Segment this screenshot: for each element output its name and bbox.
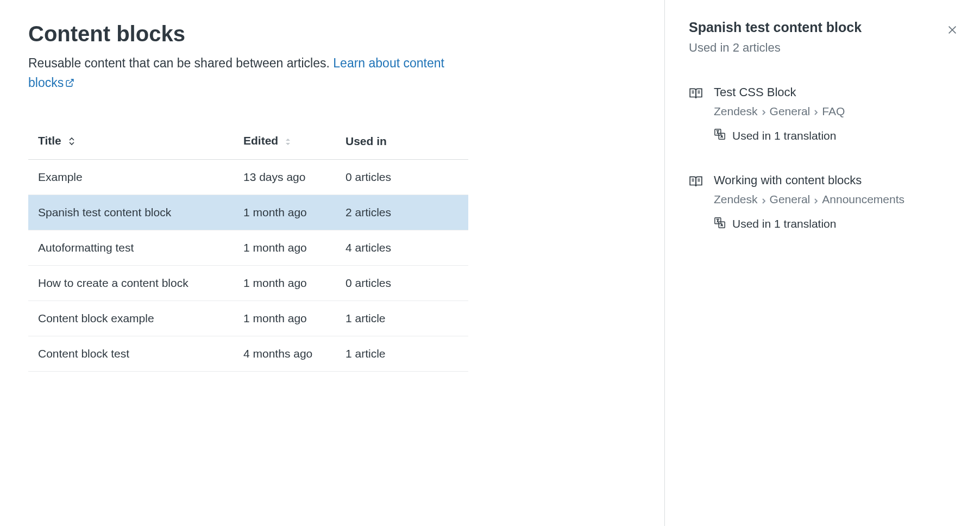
page-description-text: Reusable content that can be shared betw… — [28, 56, 333, 70]
close-icon — [946, 27, 958, 38]
article-item[interactable]: Working with content blocksZendeskGenera… — [689, 173, 958, 231]
breadcrumb: ZendeskGeneralFAQ — [714, 105, 958, 118]
table-cell-used_in: 2 articles — [336, 195, 468, 230]
translation-text: Used in 1 translation — [732, 217, 836, 230]
article-body: Working with content blocksZendeskGenera… — [714, 173, 958, 231]
book-icon — [689, 86, 703, 143]
breadcrumb-segment[interactable]: Announcements — [822, 193, 904, 205]
breadcrumb: ZendeskGeneralAnnouncements — [714, 193, 958, 206]
breadcrumb-segment[interactable]: Zendesk — [714, 193, 758, 205]
table-row[interactable]: Example13 days ago0 articles — [28, 159, 468, 195]
breadcrumb-segment[interactable]: General — [770, 105, 811, 117]
external-link-icon — [65, 74, 74, 93]
close-button[interactable] — [946, 24, 958, 39]
main-content: Content blocks Reusable content that can… — [0, 0, 665, 526]
column-header-title[interactable]: Title — [28, 126, 234, 159]
translation-info: Used in 1 translation — [714, 128, 958, 143]
table-row[interactable]: How to create a content block1 month ago… — [28, 265, 468, 300]
chevron-right-icon — [813, 194, 819, 207]
table-cell-used_in: 4 articles — [336, 230, 468, 265]
svg-marker-1 — [286, 139, 290, 141]
table-cell-title: How to create a content block — [28, 265, 234, 300]
article-item[interactable]: Test CSS BlockZendeskGeneralFAQUsed in 1… — [689, 85, 958, 143]
translation-icon — [714, 217, 726, 231]
breadcrumb-segment[interactable]: General — [770, 193, 811, 205]
content-blocks-table: Title Edited Used in — [28, 126, 468, 371]
detail-panel: Spanish test content block Used in 2 art… — [665, 0, 980, 526]
article-body: Test CSS BlockZendeskGeneralFAQUsed in 1… — [714, 85, 958, 143]
table-cell-edited: 4 months ago — [234, 336, 336, 371]
table-row[interactable]: Autoformatting test1 month ago4 articles — [28, 230, 468, 265]
chevron-right-icon — [761, 105, 767, 118]
table-cell-title: Content block example — [28, 300, 234, 336]
table-cell-title: Content block test — [28, 336, 234, 371]
table-cell-edited: 13 days ago — [234, 159, 336, 195]
chevron-right-icon — [813, 105, 819, 118]
table-row[interactable]: Content block example1 month ago1 articl… — [28, 300, 468, 336]
sort-active-icon — [68, 135, 76, 148]
table-cell-title: Autoformatting test — [28, 230, 234, 265]
panel-subtitle: Used in 2 articles — [689, 41, 958, 55]
table-cell-title: Spanish test content block — [28, 195, 234, 230]
table-cell-used_in: 0 articles — [336, 159, 468, 195]
breadcrumb-segment[interactable]: FAQ — [822, 105, 845, 117]
table-cell-edited: 1 month ago — [234, 300, 336, 336]
page-description: Reusable content that can be shared betw… — [28, 54, 452, 93]
column-header-edited[interactable]: Edited — [234, 126, 336, 159]
article-title: Test CSS Block — [714, 85, 958, 99]
table-cell-edited: 1 month ago — [234, 195, 336, 230]
translation-icon — [714, 128, 726, 143]
svg-rect-15 — [715, 218, 721, 224]
breadcrumb-segment[interactable]: Zendesk — [714, 105, 758, 117]
table-cell-used_in: 1 article — [336, 300, 468, 336]
svg-rect-9 — [715, 129, 721, 135]
article-title: Working with content blocks — [714, 173, 958, 187]
table-cell-used_in: 0 articles — [336, 265, 468, 300]
table-cell-edited: 1 month ago — [234, 265, 336, 300]
table-cell-edited: 1 month ago — [234, 230, 336, 265]
translation-text: Used in 1 translation — [732, 129, 836, 142]
table-row[interactable]: Content block test4 months ago1 article — [28, 336, 468, 371]
svg-marker-2 — [286, 143, 290, 145]
column-header-used-in[interactable]: Used in — [336, 126, 468, 159]
table-row[interactable]: Spanish test content block1 month ago2 a… — [28, 195, 468, 230]
svg-line-0 — [69, 79, 73, 84]
translation-info: Used in 1 translation — [714, 217, 958, 231]
panel-title: Spanish test content block — [689, 20, 958, 35]
table-cell-title: Example — [28, 159, 234, 195]
table-cell-used_in: 1 article — [336, 336, 468, 371]
sort-inactive-icon — [285, 135, 291, 148]
page-title: Content blocks — [28, 22, 664, 46]
chevron-right-icon — [761, 194, 767, 207]
book-icon — [689, 174, 703, 231]
